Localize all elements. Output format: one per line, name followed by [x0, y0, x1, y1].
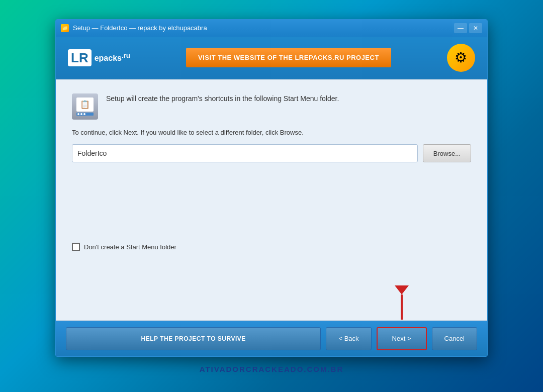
back-button[interactable]: < Back — [326, 327, 371, 350]
help-button[interactable]: HELP THE PROJECT TO SURVIVE — [66, 327, 321, 350]
folder-input[interactable] — [72, 144, 418, 162]
nav-buttons-group: < Back Next > Cancel — [326, 327, 477, 350]
browse-button[interactable]: Browse... — [423, 144, 471, 162]
gear-icon: ⚙ — [447, 44, 475, 72]
arrow-line — [401, 295, 403, 320]
info-row: 📋 Setup will create the program's shortc… — [72, 93, 471, 120]
setup-icon-dot-2 — [80, 113, 82, 115]
window-title: Setup — FolderIco — repack by elchupacab… — [73, 24, 207, 32]
logo-area: LR epacks.ru — [68, 49, 130, 66]
next-button[interactable]: Next > — [377, 327, 427, 350]
logo-box: LR — [68, 49, 92, 66]
dont-create-label[interactable]: Don't create a Start Menu folder — [84, 243, 176, 251]
bottom-bar: HELP THE PROJECT TO SURVIVE < Back Next … — [56, 321, 487, 356]
setup-icon-bar — [76, 113, 94, 116]
minimize-button[interactable]: — — [454, 23, 467, 33]
title-bar-left: 📁 Setup — FolderIco — repack by elchupac… — [61, 24, 207, 32]
logo-epacks: epacks — [95, 54, 122, 63]
window-icon: 📁 — [61, 24, 69, 32]
main-info-text: Setup will create the program's shortcut… — [106, 93, 471, 104]
setup-icon-dot-1 — [77, 113, 79, 115]
title-bar: 📁 Setup — FolderIco — repack by elchupac… — [56, 20, 487, 37]
dont-create-checkbox[interactable] — [72, 243, 80, 251]
content-area: 📋 Setup will create the program's shortc… — [56, 79, 487, 321]
sub-text: To continue, click Next. If you would li… — [72, 128, 471, 138]
cancel-button[interactable]: Cancel — [432, 327, 477, 350]
setup-window: 📁 Setup — FolderIco — repack by elchupac… — [55, 19, 488, 357]
watermark: ATIVADORCRACKEADO.COM.BR — [200, 365, 344, 373]
visit-button[interactable]: VISIT THE WEBSITE OF THE LREPACKS.RU PRO… — [186, 48, 391, 67]
logo-text: epacks.ru — [95, 52, 130, 63]
logo-lr: LR — [71, 51, 88, 64]
setup-icon: 📋 — [72, 93, 98, 120]
close-button[interactable]: ✕ — [469, 23, 482, 33]
folder-row: Browse... — [72, 144, 471, 162]
setup-icon-dot-3 — [83, 113, 85, 115]
arrow-head — [395, 285, 409, 295]
checkbox-row: Don't create a Start Menu folder — [72, 243, 471, 251]
title-controls: — ✕ — [454, 23, 482, 33]
header-bar: LR epacks.ru VISIT THE WEBSITE OF THE LR… — [56, 37, 487, 79]
spacer-area — [72, 172, 471, 233]
setup-icon-inner: 📋 — [76, 97, 94, 112]
logo-suffix: .ru — [122, 52, 130, 59]
